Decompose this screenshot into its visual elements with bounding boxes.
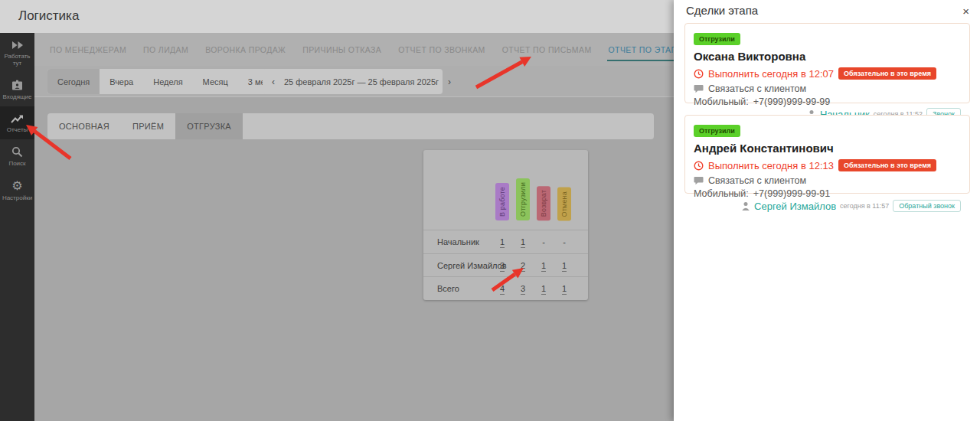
sidebar-item-label: Работать тут: [1, 53, 34, 67]
column-header-return: Возврат: [537, 186, 550, 220]
comment-icon: [694, 176, 704, 185]
sidebar-item-reports[interactable]: Отчеты: [0, 106, 34, 139]
close-icon[interactable]: ×: [959, 3, 972, 19]
trending-up-icon: [11, 113, 24, 124]
cell-link[interactable]: 3: [516, 284, 530, 293]
task-note: Связаться с клиентом: [708, 175, 806, 186]
cell-link[interactable]: 1: [557, 284, 571, 293]
manager-link[interactable]: Сергей Измайлов: [754, 201, 836, 212]
sidebar-item-label: Поиск: [1, 160, 34, 167]
phone-label: Мобильный:: [694, 96, 749, 107]
column-header-shipped: Отгрузили: [516, 178, 530, 220]
date-range-control: ‹ 25 февраля 2025г — 25 февраля 2025г ›: [263, 69, 443, 94]
person-icon: [741, 201, 750, 211]
row-label: Начальник: [437, 237, 479, 246]
table-row: Сергей Измайлов 3 2 1 1: [423, 253, 588, 277]
sidebar-item-label: Отчеты: [1, 126, 34, 133]
phone-number: +7(999)999-99-91: [753, 188, 830, 199]
sidebar-item-inbox[interactable]: Входящие: [0, 73, 34, 106]
created-time: сегодня в 11:57: [840, 202, 889, 210]
period-week-button[interactable]: Неделя: [143, 69, 192, 94]
task-due-text: Выполнить сегодня в 12:13: [708, 160, 834, 171]
mandatory-time-badge: Обязательно в это время: [838, 67, 936, 80]
table-body: Начальник 1 1 - - Сергей Измайлов 3 2 1 …: [423, 230, 588, 300]
table-header-row: В работе Отгрузили Возврат Отмена: [423, 150, 588, 230]
cell-link[interactable]: 2: [516, 261, 530, 270]
sidebar-item-search[interactable]: Поиск: [0, 139, 34, 173]
tab-by-managers[interactable]: ПО МЕНЕДЖЕРАМ: [50, 45, 126, 54]
phone-row: Мобильный:+7(999)999-99-91: [694, 188, 961, 199]
cell-link[interactable]: 1: [557, 261, 571, 270]
date-range-label: 25 февраля 2025г — 25 февраля 2025г: [284, 77, 439, 86]
column-header-cancel: Отмена: [557, 188, 571, 221]
date-next-button[interactable]: ›: [439, 77, 460, 87]
tab-refusal-reasons[interactable]: ПРИЧИНЫ ОТКАЗА: [302, 45, 381, 54]
report-tabbar: ПО МЕНЕДЖЕРАМ ПО ЛИДАМ ВОРОНКА ПРОДАЖ ПР…: [34, 33, 674, 66]
comment-icon: [694, 84, 704, 93]
sidebar-item-settings[interactable]: ⚙ Настройки: [0, 173, 34, 207]
panel-title: Сделки этапа: [686, 4, 758, 17]
tab-stages-report[interactable]: ОТЧЕТ ПО ЭТАПАМ ?: [609, 33, 674, 66]
fast-forward-icon: [11, 40, 24, 51]
call-type-badge: Обратный звонок: [893, 200, 961, 212]
tab-stages-report-label: ОТЧЕТ ПО ЭТАПАМ: [609, 45, 674, 54]
deal-card[interactable]: Отгрузили Оксана Викторовна Выполнить се…: [684, 23, 970, 103]
tab-letters-report[interactable]: ОТЧЕТ ПО ПИСЬМАМ: [502, 45, 592, 54]
row-label: Всего: [437, 284, 459, 293]
cell-link[interactable]: -: [537, 237, 550, 246]
column-header-in-work: В работе: [495, 183, 509, 220]
app-root: Логистика Работать тут Входящие Отчеты П…: [0, 0, 980, 421]
cell-link[interactable]: 1: [516, 237, 530, 246]
period-today-button[interactable]: Сегодня: [47, 69, 100, 94]
phone-label: Мобильный:: [694, 188, 749, 199]
cell-link[interactable]: 1: [537, 261, 550, 270]
stage-badge: Отгрузили: [694, 33, 740, 45]
filter-band: Сегодня Вчера Неделя Месяц 3 месяца ‹ 25…: [34, 66, 674, 97]
active-tab-underline: [607, 60, 674, 62]
task-note: Связаться с клиентом: [708, 83, 806, 94]
cell-link[interactable]: 1: [537, 284, 550, 293]
sidebar-item-label: Настройки: [1, 194, 34, 201]
cell-link[interactable]: 4: [495, 284, 509, 293]
stage-deals-panel: Сделки этапа × Отгрузили Оксана Викторов…: [674, 0, 980, 421]
subtab-main[interactable]: ОСНОВНАЯ: [47, 113, 121, 139]
table-row-total: Всего 4 3 1 1: [423, 276, 588, 300]
mandatory-time-badge: Обязательно в это время: [838, 159, 936, 171]
subtab-strip: ОСНОВНАЯ ПРИЁМ ОТГРУЗКА: [47, 113, 654, 139]
table-row: Начальник 1 1 - -: [423, 230, 588, 253]
stage-report-table: В работе Отгрузили Возврат Отмена Началь…: [423, 150, 588, 300]
phone-number: +7(999)999-99-99: [753, 96, 830, 107]
sidebar: Работать тут Входящие Отчеты Поиск ⚙ Нас…: [0, 33, 34, 421]
stage-badge: Отгрузили: [694, 125, 740, 137]
sidebar-item-label: Входящие: [1, 93, 34, 100]
subtab-reception[interactable]: ПРИЁМ: [121, 113, 175, 139]
task-due-text: Выполнить сегодня в 12:07: [708, 68, 834, 80]
search-icon: [11, 146, 23, 158]
period-month-button[interactable]: Месяц: [193, 69, 238, 94]
deal-contact-name[interactable]: Андрей Константинович: [694, 142, 961, 155]
phone-row: Мобильный:+7(999)999-99-99: [694, 96, 961, 107]
page-header: Логистика: [0, 0, 674, 33]
deal-contact-name[interactable]: Оксана Викторовна: [694, 50, 961, 63]
clock-icon: [694, 69, 704, 79]
subtab-shipment[interactable]: ОТГРУЗКА: [175, 113, 243, 139]
sidebar-item-work-here[interactable]: Работать тут: [0, 33, 34, 73]
cell-link[interactable]: -: [557, 237, 571, 246]
date-prev-button[interactable]: ‹: [263, 77, 284, 87]
cell-link[interactable]: 3: [495, 261, 509, 270]
tab-sales-funnel[interactable]: ВОРОНКА ПРОДАЖ: [205, 45, 286, 54]
cell-link[interactable]: 1: [495, 237, 509, 246]
page-title: Логистика: [18, 8, 79, 24]
tab-by-leads[interactable]: ПО ЛИДАМ: [143, 45, 188, 54]
deal-card[interactable]: Отгрузили Андрей Константинович Выполнит…: [684, 115, 970, 194]
clock-icon: [694, 161, 704, 171]
tab-calls-report[interactable]: ОТЧЕТ ПО ЗВОНКАМ: [398, 45, 485, 54]
gear-icon: ⚙: [1, 180, 34, 192]
main-content: ОСНОВНАЯ ПРИЁМ ОТГРУЗКА В работе Отгрузи…: [34, 97, 674, 421]
contact-card-icon: [11, 80, 23, 91]
period-yesterday-button[interactable]: Вчера: [100, 69, 143, 94]
period-filter-group: Сегодня Вчера Неделя Месяц 3 месяца: [47, 69, 294, 94]
